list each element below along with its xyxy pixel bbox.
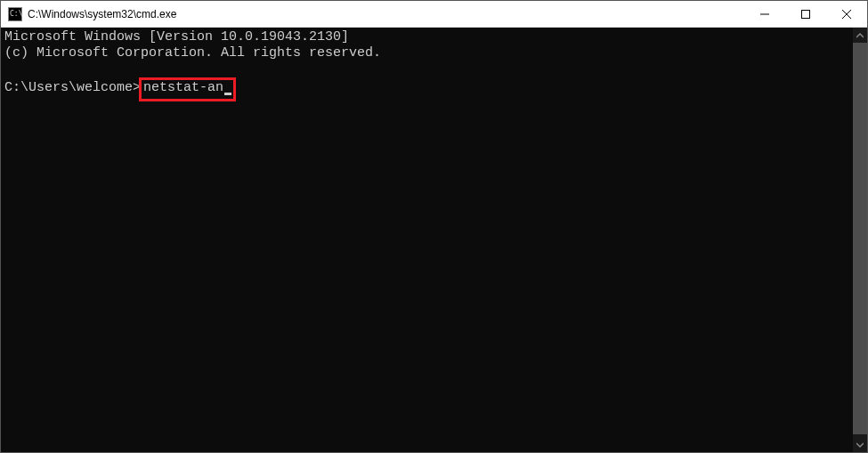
scroll-down-button[interactable] [853, 437, 867, 452]
window-controls [744, 1, 867, 27]
version-line: Microsoft Windows [Version 10.0.19043.21… [4, 29, 349, 44]
close-icon [842, 10, 851, 19]
minimize-button[interactable] [744, 1, 785, 27]
maximize-icon [801, 10, 810, 19]
command-text: netstat-an [143, 80, 223, 95]
svg-rect-1 [802, 10, 810, 18]
scroll-thumb[interactable] [853, 43, 867, 434]
cmd-icon: C:\ [8, 7, 22, 21]
command-highlight: netstat-an [139, 77, 236, 101]
terminal-area: Microsoft Windows [Version 10.0.19043.21… [1, 28, 867, 452]
chevron-up-icon [856, 32, 864, 39]
minimize-icon [760, 10, 769, 19]
terminal[interactable]: Microsoft Windows [Version 10.0.19043.21… [1, 28, 853, 452]
prompt: C:\Users\welcome> [4, 80, 141, 95]
cmd-window: C:\ C:\Windows\system32\cmd.exe Microsof… [0, 0, 868, 453]
maximize-button[interactable] [785, 1, 826, 27]
cursor [224, 93, 231, 95]
chevron-down-icon [856, 441, 864, 449]
close-button[interactable] [826, 1, 867, 27]
scroll-up-button[interactable] [853, 28, 867, 43]
window-title: C:\Windows\system32\cmd.exe [28, 8, 744, 20]
titlebar[interactable]: C:\ C:\Windows\system32\cmd.exe [1, 1, 867, 28]
copyright-line: (c) Microsoft Corporation. All rights re… [4, 45, 381, 61]
vertical-scrollbar[interactable] [853, 28, 867, 452]
